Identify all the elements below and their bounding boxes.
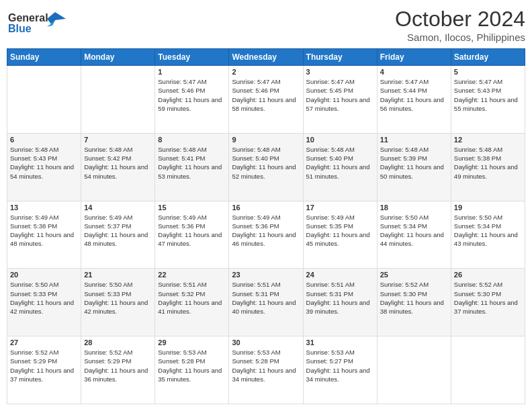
sunrise-text: Sunrise: 5:48 AM: [306, 146, 355, 153]
day-number: 8: [158, 136, 226, 144]
calendar-cell: 2Sunrise: 5:47 AMSunset: 5:46 PMDaylight…: [229, 66, 303, 134]
calendar-cell: 29Sunrise: 5:53 AMSunset: 5:28 PMDayligh…: [155, 336, 229, 404]
calendar-cell: 1Sunrise: 5:47 AMSunset: 5:46 PMDaylight…: [155, 66, 229, 134]
calendar-cell: 4Sunrise: 5:47 AMSunset: 5:44 PMDaylight…: [377, 66, 451, 134]
sunrise-text: Sunrise: 5:52 AM: [84, 349, 132, 356]
calendar-table: SundayMondayTuesdayWednesdayThursdayFrid…: [7, 48, 525, 404]
day-info: Sunrise: 5:47 AMSunset: 5:46 PMDaylight:…: [158, 77, 226, 113]
location-subtitle: Samon, Ilocos, Philippines: [395, 32, 525, 43]
calendar-week-1: 1Sunrise: 5:47 AMSunset: 5:46 PMDaylight…: [7, 66, 525, 134]
sunrise-text: Sunrise: 5:49 AM: [84, 214, 132, 221]
calendar-cell: 25Sunrise: 5:52 AMSunset: 5:30 PMDayligh…: [377, 269, 451, 336]
day-info: Sunrise: 5:47 AMSunset: 5:44 PMDaylight:…: [380, 77, 448, 113]
day-number: 25: [380, 271, 448, 279]
daylight-text: Daylight: 11 hours and 39 minutes.: [306, 299, 370, 315]
sunrise-text: Sunrise: 5:50 AM: [380, 214, 429, 221]
calendar-cell: 14Sunrise: 5:49 AMSunset: 5:37 PMDayligh…: [81, 201, 155, 269]
day-number: 26: [454, 271, 522, 279]
day-info: Sunrise: 5:49 AMSunset: 5:36 PMDaylight:…: [232, 213, 300, 248]
calendar-cell: 28Sunrise: 5:52 AMSunset: 5:29 PMDayligh…: [81, 336, 155, 404]
daylight-text: Daylight: 11 hours and 46 minutes.: [232, 231, 296, 247]
daylight-text: Daylight: 11 hours and 53 minutes.: [158, 163, 222, 179]
day-info: Sunrise: 5:48 AMSunset: 5:42 PMDaylight:…: [84, 145, 152, 181]
daylight-text: Daylight: 11 hours and 40 minutes.: [232, 299, 296, 315]
day-number: 22: [158, 271, 226, 279]
day-number: 9: [232, 136, 300, 144]
calendar-header-row: SundayMondayTuesdayWednesdayThursdayFrid…: [7, 49, 525, 66]
daylight-text: Daylight: 11 hours and 54 minutes.: [10, 163, 74, 179]
calendar-cell: 8Sunrise: 5:48 AMSunset: 5:41 PMDaylight…: [155, 133, 229, 201]
header: General Blue October 2024 Samon, Ilocos,…: [7, 7, 525, 43]
daylight-text: Daylight: 11 hours and 50 minutes.: [380, 163, 444, 179]
daylight-text: Daylight: 11 hours and 56 minutes.: [380, 96, 444, 112]
sunset-text: Sunset: 5:29 PM: [84, 357, 131, 365]
day-info: Sunrise: 5:48 AMSunset: 5:39 PMDaylight:…: [380, 145, 448, 181]
sunrise-text: Sunrise: 5:51 AM: [158, 281, 206, 288]
calendar-cell: [81, 66, 155, 134]
svg-text:Blue: Blue: [8, 23, 32, 34]
sunrise-text: Sunrise: 5:48 AM: [10, 146, 58, 153]
day-header-thursday: Thursday: [303, 49, 377, 66]
day-number: 6: [10, 136, 78, 144]
day-header-saturday: Saturday: [451, 49, 525, 66]
day-info: Sunrise: 5:49 AMSunset: 5:35 PMDaylight:…: [306, 213, 374, 248]
day-header-wednesday: Wednesday: [229, 49, 303, 66]
day-number: 1: [158, 68, 226, 76]
sunset-text: Sunset: 5:34 PM: [380, 222, 427, 230]
day-info: Sunrise: 5:53 AMSunset: 5:27 PMDaylight:…: [306, 348, 374, 383]
sunrise-text: Sunrise: 5:47 AM: [380, 78, 429, 85]
calendar-cell: 19Sunrise: 5:50 AMSunset: 5:34 PMDayligh…: [451, 201, 525, 269]
calendar-page: General Blue October 2024 Samon, Ilocos,…: [0, 0, 532, 411]
daylight-text: Daylight: 11 hours and 37 minutes.: [454, 299, 518, 315]
day-info: Sunrise: 5:48 AMSunset: 5:40 PMDaylight:…: [306, 145, 374, 181]
calendar-cell: 11Sunrise: 5:48 AMSunset: 5:39 PMDayligh…: [377, 133, 451, 201]
sunset-text: Sunset: 5:46 PM: [232, 87, 279, 94]
sunrise-text: Sunrise: 5:48 AM: [380, 146, 429, 153]
day-number: 5: [454, 68, 522, 76]
day-number: 2: [232, 68, 300, 76]
day-number: 24: [306, 271, 374, 279]
sunrise-text: Sunrise: 5:49 AM: [232, 214, 280, 221]
sunrise-text: Sunrise: 5:47 AM: [306, 78, 355, 85]
daylight-text: Daylight: 11 hours and 38 minutes.: [380, 299, 444, 315]
sunrise-text: Sunrise: 5:47 AM: [454, 78, 502, 85]
sunset-text: Sunset: 5:43 PM: [10, 154, 57, 162]
sunrise-text: Sunrise: 5:51 AM: [306, 281, 355, 288]
daylight-text: Daylight: 11 hours and 48 minutes.: [10, 231, 74, 247]
sunset-text: Sunset: 5:36 PM: [158, 222, 205, 230]
sunrise-text: Sunrise: 5:51 AM: [232, 281, 280, 288]
sunset-text: Sunset: 5:31 PM: [306, 290, 353, 298]
daylight-text: Daylight: 11 hours and 51 minutes.: [306, 163, 370, 179]
day-info: Sunrise: 5:50 AMSunset: 5:33 PMDaylight:…: [10, 280, 78, 316]
day-header-monday: Monday: [81, 49, 155, 66]
daylight-text: Daylight: 11 hours and 54 minutes.: [84, 163, 148, 179]
sunrise-text: Sunrise: 5:53 AM: [306, 349, 355, 356]
day-info: Sunrise: 5:49 AMSunset: 5:37 PMDaylight:…: [84, 213, 152, 248]
daylight-text: Daylight: 11 hours and 41 minutes.: [158, 299, 222, 315]
calendar-cell: 12Sunrise: 5:48 AMSunset: 5:38 PMDayligh…: [451, 133, 525, 201]
sunset-text: Sunset: 5:42 PM: [84, 154, 131, 162]
calendar-cell: 15Sunrise: 5:49 AMSunset: 5:36 PMDayligh…: [155, 201, 229, 269]
day-number: 20: [10, 271, 78, 279]
sunrise-text: Sunrise: 5:52 AM: [454, 281, 502, 288]
sunset-text: Sunset: 5:27 PM: [306, 357, 353, 365]
daylight-text: Daylight: 11 hours and 43 minutes.: [454, 231, 518, 247]
daylight-text: Daylight: 11 hours and 57 minutes.: [306, 96, 370, 112]
day-number: 4: [380, 68, 448, 76]
sunset-text: Sunset: 5:34 PM: [454, 222, 501, 230]
day-number: 23: [232, 271, 300, 279]
calendar-cell: 27Sunrise: 5:52 AMSunset: 5:29 PMDayligh…: [7, 336, 81, 404]
day-info: Sunrise: 5:49 AMSunset: 5:36 PMDaylight:…: [158, 213, 226, 248]
daylight-text: Daylight: 11 hours and 42 minutes.: [10, 299, 74, 315]
sunrise-text: Sunrise: 5:50 AM: [84, 281, 132, 288]
day-info: Sunrise: 5:52 AMSunset: 5:30 PMDaylight:…: [454, 280, 522, 316]
daylight-text: Daylight: 11 hours and 36 minutes.: [84, 367, 148, 383]
daylight-text: Daylight: 11 hours and 34 minutes.: [232, 367, 296, 383]
day-number: 11: [380, 136, 448, 144]
sunrise-text: Sunrise: 5:48 AM: [454, 146, 502, 153]
sunset-text: Sunset: 5:30 PM: [454, 290, 501, 298]
day-info: Sunrise: 5:47 AMSunset: 5:43 PMDaylight:…: [454, 77, 522, 113]
sunrise-text: Sunrise: 5:50 AM: [10, 281, 58, 288]
sunset-text: Sunset: 5:33 PM: [10, 290, 57, 298]
day-info: Sunrise: 5:48 AMSunset: 5:40 PMDaylight:…: [232, 145, 300, 181]
